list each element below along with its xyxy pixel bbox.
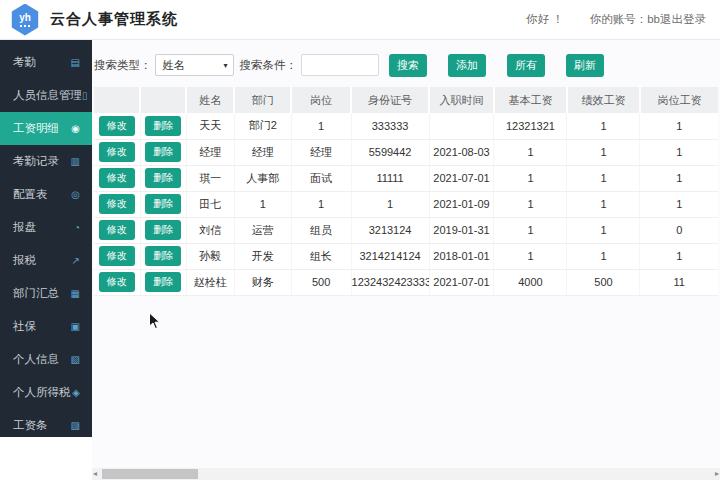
table-cell: 500 [291, 269, 351, 295]
table-cell: 1 [234, 191, 291, 217]
table-cell: 11 [640, 269, 718, 295]
top-header: yh 云合人事管理系统 你好 ！ 你的账号：bb 退出登录 [0, 0, 720, 40]
sidebar-item-8[interactable]: 部门汇总 ▦ [0, 277, 92, 310]
edit-button[interactable]: 修改 [99, 272, 135, 292]
edit-button[interactable]: 修改 [99, 116, 135, 136]
sidebar-item-label: 考勤记录 [13, 154, 59, 169]
scroll-right-arrow-icon[interactable]: ▸ [715, 469, 719, 479]
sidebar-item-label: 个人所得税 [13, 385, 71, 400]
sidebar-item-4[interactable]: 考勤记录 ▥ [0, 145, 92, 178]
mobile-icon: ▯ [82, 90, 88, 101]
table-body: 修改删除天天部门213333331232132111修改删除经理经理经理5599… [94, 113, 718, 295]
table-cell: 开发 [234, 243, 291, 269]
table-cell: 1 [494, 217, 567, 243]
account-text: 你的账号：bb [590, 12, 660, 27]
edit-column-header [94, 87, 140, 113]
file-record-icon: ▥ [71, 156, 80, 167]
app-title: 云合人事管理系统 [50, 10, 178, 29]
table-cell: 刘信 [186, 217, 234, 243]
add-button[interactable]: 添加 [448, 54, 486, 77]
delete-button[interactable]: 删除 [145, 168, 181, 188]
sidebar-item-label: 人员信息管理 [13, 88, 82, 103]
delete-column-header [140, 87, 186, 113]
column-header: 岗位 [291, 87, 351, 113]
gear-icon: ◎ [71, 189, 80, 200]
column-header: 身份证号 [351, 87, 429, 113]
table-cell: 1 [567, 243, 640, 269]
table-cell: 2021-01-09 [429, 191, 494, 217]
sidebar-item-3[interactable]: 工资明细 ◉ [0, 112, 92, 145]
table-cell: 1 [291, 113, 351, 139]
logout-link[interactable]: 退出登录 [660, 12, 706, 27]
sidebar-item-6[interactable]: 报盘 ◔ [0, 211, 92, 244]
search-input[interactable] [301, 54, 379, 76]
table-cell: 0 [640, 217, 718, 243]
table-cell: 2019-01-31 [429, 217, 494, 243]
delete-button[interactable]: 删除 [145, 272, 181, 292]
column-header: 岗位工资 [640, 87, 718, 113]
list-icon: ▨ [71, 420, 80, 431]
delete-button[interactable]: 删除 [145, 142, 181, 162]
column-header: 部门 [234, 87, 291, 113]
delete-button[interactable]: 删除 [145, 220, 181, 240]
delete-button[interactable]: 删除 [145, 116, 181, 136]
table-row: 修改删除赵栓柱财务50012324324233332021-07-0140005… [94, 269, 718, 295]
sidebar-item-9[interactable]: 社保 ▣ [0, 310, 92, 343]
edit-button[interactable]: 修改 [99, 246, 135, 266]
sidebar-item-12[interactable]: 工资条 ▨ [0, 409, 92, 442]
card-icon: ▣ [71, 321, 80, 332]
edit-button[interactable]: 修改 [99, 142, 135, 162]
search-button[interactable]: 搜索 [389, 54, 427, 77]
toolbar: 搜索类型： 姓名 ▾ 搜索条件： 搜索 添加 所有 刷新 [94, 53, 718, 77]
id-card-icon: ▧ [71, 354, 80, 365]
table-cell: 1 [567, 191, 640, 217]
search-type-select[interactable]: 姓名 ▾ [155, 54, 234, 76]
sidebar-menu: 考勤 ▤ 人员信息管理 ▯ 工资明细 ◉ 考勤记录 ▥ 配置表 ◎ 报盘 ◔ 报… [0, 40, 92, 437]
delete-button[interactable]: 删除 [145, 194, 181, 214]
sidebar-item-label: 个人信息 [13, 352, 59, 367]
logo-dots [20, 25, 30, 27]
scrollbar-thumb[interactable] [102, 469, 198, 479]
sidebar-item-11[interactable]: 个人所得税 ◈ [0, 376, 92, 409]
table-cell: 经理 [234, 139, 291, 165]
edit-button[interactable]: 修改 [99, 220, 135, 240]
sidebar-item-1[interactable]: 考勤 ▤ [0, 46, 92, 79]
table-cell: 1 [567, 113, 640, 139]
record-circle-icon: ◉ [71, 123, 80, 134]
table-cell: 12321321 [494, 113, 567, 139]
delete-button[interactable]: 删除 [145, 246, 181, 266]
lock-icon: ◈ [72, 387, 80, 398]
table-cell: 组员 [291, 217, 351, 243]
sidebar-item-label: 社保 [13, 319, 36, 334]
clock-icon: ◔ [74, 222, 80, 233]
table-cell: 1 [494, 139, 567, 165]
sidebar-item-label: 工资条 [13, 418, 48, 433]
table-cell: 5599442 [351, 139, 429, 165]
table-row: 修改删除天天部门213333331232132111 [94, 113, 718, 139]
sidebar-item-10[interactable]: 个人信息 ▧ [0, 343, 92, 376]
table-row: 修改删除刘信运营组员32131242019-01-31110 [94, 217, 718, 243]
edit-button[interactable]: 修改 [99, 168, 135, 188]
edit-button[interactable]: 修改 [99, 194, 135, 214]
salary-table: 姓名部门岗位身份证号入职时间基本工资绩效工资岗位工资 修改删除天天部门21333… [94, 87, 718, 296]
horizontal-scrollbar[interactable]: ◂ ▸ [92, 468, 720, 480]
column-header: 绩效工资 [567, 87, 640, 113]
sidebar-item-5[interactable]: 配置表 ◎ [0, 178, 92, 211]
refresh-button[interactable]: 刷新 [566, 54, 604, 77]
sidebar-item-7[interactable]: 报税 ↗ [0, 244, 92, 277]
sidebar-item-label: 工资明细 [13, 121, 59, 136]
table-cell: 1 [351, 191, 429, 217]
trend-up-icon: ↗ [72, 255, 80, 266]
table-cell: 琪一 [186, 165, 234, 191]
table-cell: 333333 [351, 113, 429, 139]
table-row: 修改删除田七1112021-01-09111 [94, 191, 718, 217]
table-cell: 1 [567, 217, 640, 243]
table-cell: 2021-07-01 [429, 165, 494, 191]
sidebar-item-2[interactable]: 人员信息管理 ▯ [0, 79, 92, 112]
all-button[interactable]: 所有 [507, 54, 545, 77]
sidebar-item-label: 配置表 [13, 187, 48, 202]
search-type-value: 姓名 [163, 58, 185, 73]
table-header-row: 姓名部门岗位身份证号入职时间基本工资绩效工资岗位工资 [94, 87, 718, 113]
scroll-left-arrow-icon[interactable]: ◂ [93, 469, 97, 479]
table-cell: 部门2 [234, 113, 291, 139]
